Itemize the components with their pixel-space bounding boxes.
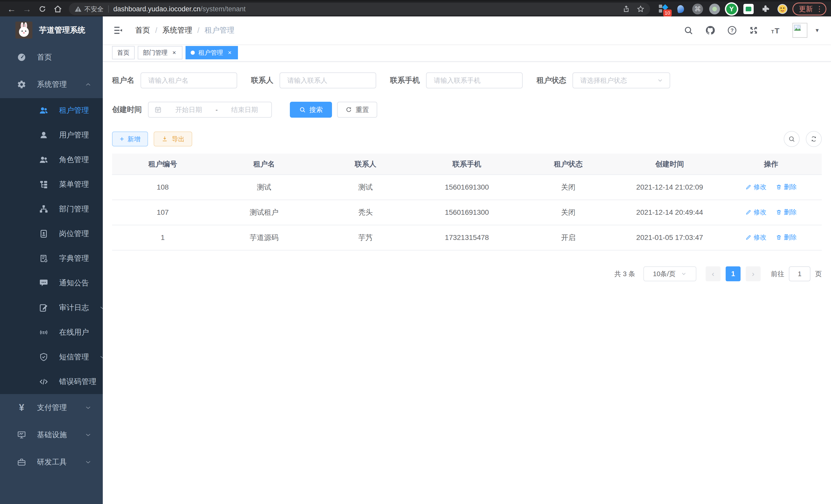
next-page-button[interactable]: › <box>746 266 761 281</box>
breadcrumb-section[interactable]: 系统管理 <box>163 25 192 35</box>
pencil-icon <box>745 184 752 190</box>
delete-link[interactable]: 删除 <box>776 233 797 241</box>
share-button[interactable] <box>622 5 630 13</box>
sidebar-item-system[interactable]: 系统管理 <box>0 71 103 98</box>
user-avatar[interactable] <box>793 23 807 38</box>
header-search-button[interactable] <box>684 25 693 35</box>
cell-actions: 修改 删除 <box>720 175 822 200</box>
toggle-search-button[interactable] <box>784 131 800 147</box>
extension-badge: 10 <box>663 9 672 17</box>
field-label: 创建时间 <box>112 105 142 115</box>
date-range-picker[interactable]: 开始日期 - 结束日期 <box>148 102 272 118</box>
sidebar-item-error-code[interactable]: 错误码管理 <box>0 369 103 394</box>
url-text[interactable]: dashboard.yudao.iocoder.cn/system/tenant <box>113 5 246 13</box>
browser-back-button[interactable]: ← <box>5 2 19 16</box>
edit-link[interactable]: 修改 <box>745 208 767 216</box>
current-page-button[interactable]: 1 <box>726 266 741 281</box>
bookmark-star-button[interactable] <box>637 5 644 13</box>
users-icon <box>38 105 49 116</box>
edit-link[interactable]: 修改 <box>745 233 767 241</box>
sidebar-logo[interactable]: 芋道管理系统 <box>0 17 103 44</box>
mobile-input[interactable] <box>426 72 523 88</box>
sidebar-item-menu[interactable]: 菜单管理 <box>0 172 103 197</box>
sidebar-item-post[interactable]: 岗位管理 <box>0 221 103 246</box>
sidebar-item-label: 审计日志 <box>59 303 89 313</box>
sidebar-item-user[interactable]: 用户管理 <box>0 123 103 147</box>
address-bar[interactable]: 不安全 dashboard.yudao.iocoder.cn/system/te… <box>69 3 650 15</box>
add-button[interactable]: + 新增 <box>112 131 148 146</box>
sidebar-item-home[interactable]: 首页 <box>0 44 103 71</box>
sidebar-item-dev-tools[interactable]: 研发工具 <box>0 448 103 476</box>
sidebar-item-label: 在线用户 <box>59 327 91 337</box>
browser-reload-button[interactable] <box>35 2 49 16</box>
sidebar-item-dept[interactable]: 部门管理 <box>0 197 103 221</box>
security-warning-icon[interactable] <box>75 5 82 12</box>
extensions-puzzle-button[interactable] <box>760 3 771 15</box>
edit-link[interactable]: 修改 <box>745 183 767 191</box>
hamburger-fold-icon <box>113 25 123 35</box>
start-date-placeholder[interactable]: 开始日期 <box>168 105 210 114</box>
page-size-select[interactable]: 10条/页 <box>643 266 696 281</box>
security-label[interactable]: 不安全 <box>84 5 104 13</box>
tag-home[interactable]: 首页 <box>112 46 135 59</box>
browser-home-button[interactable] <box>51 2 65 16</box>
font-size-button[interactable]: TT <box>770 25 781 35</box>
tag-dept[interactable]: 部门管理× <box>138 46 182 59</box>
cell-tenant-id: 1 <box>112 225 213 250</box>
cell-tenant-name: 芋道源码 <box>213 225 315 250</box>
sidebar-submenu-system: 租户管理 用户管理 角色管理 菜单管理 <box>0 98 103 394</box>
refresh-table-button[interactable] <box>806 131 822 147</box>
question-icon: ? <box>727 25 737 35</box>
shield-check-icon <box>38 352 49 362</box>
breadcrumb-home[interactable]: 首页 <box>135 25 150 35</box>
sidebar-item-label: 支付管理 <box>37 403 75 413</box>
extension-icon-gray-dot[interactable] <box>709 3 720 15</box>
tenant-name-input[interactable] <box>141 72 237 88</box>
tag-tenant-active[interactable]: 租户管理× <box>185 46 238 59</box>
toolbox-icon <box>17 457 27 467</box>
table-row: 107 测试租户 秃头 15601691300 关闭 2021-12-14 20… <box>112 200 822 225</box>
extension-icon-chat[interactable] <box>743 3 754 15</box>
delete-link[interactable]: 删除 <box>776 208 797 216</box>
close-icon[interactable]: × <box>227 49 233 56</box>
browser-profile-avatar[interactable] <box>776 3 789 15</box>
browser-forward-button[interactable]: → <box>20 2 34 16</box>
extension-icon-balloon[interactable] <box>675 3 687 15</box>
reset-button[interactable]: 重置 <box>337 102 377 118</box>
column-header: 租户状态 <box>517 154 619 175</box>
delete-link[interactable]: 删除 <box>776 183 797 191</box>
url-path: /system/tenant <box>200 5 246 13</box>
sidebar-item-sms[interactable]: 短信管理 <box>0 345 103 369</box>
browser-update-button[interactable]: 更新 ⋮ <box>793 3 826 16</box>
status-select[interactable]: 请选择租户状态 <box>573 72 670 88</box>
sidebar-item-notice[interactable]: 通知公告 <box>0 271 103 295</box>
goto-page-input[interactable] <box>789 266 810 281</box>
fullscreen-button[interactable] <box>749 25 758 35</box>
date-separator: - <box>216 106 218 114</box>
sidebar-item-tenant[interactable]: 租户管理 <box>0 98 103 123</box>
extension-icon-y[interactable]: Y <box>726 3 738 15</box>
code-icon <box>38 377 49 387</box>
end-date-placeholder[interactable]: 结束日期 <box>223 105 266 114</box>
sidebar-item-infra[interactable]: 基础设施 <box>0 421 103 448</box>
caret-down-icon[interactable]: ▼ <box>814 28 820 33</box>
contact-input[interactable] <box>280 72 376 88</box>
extension-icon-command[interactable]: ⌘ <box>692 3 704 15</box>
github-link[interactable] <box>705 25 715 35</box>
extension-icon-blocks[interactable]: 10 <box>658 3 670 15</box>
sidebar-item-online-users[interactable]: 在线用户 <box>0 320 103 345</box>
prev-page-button[interactable]: ‹ <box>706 266 720 281</box>
close-icon[interactable]: × <box>171 49 177 56</box>
sidebar-item-audit-log[interactable]: 审计日志 <box>0 295 103 320</box>
export-button[interactable]: 导出 <box>154 131 192 146</box>
svg-text:T: T <box>771 29 774 34</box>
help-button[interactable]: ? <box>727 25 737 35</box>
sidebar-item-dict[interactable]: 字典管理 <box>0 246 103 271</box>
cell-actions: 修改 删除 <box>720 200 822 225</box>
browser-menu-icon[interactable]: ⋮ <box>816 7 823 11</box>
breadcrumb: 首页 / 系统管理 / 租户管理 <box>135 25 234 35</box>
search-button[interactable]: 搜索 <box>290 102 332 118</box>
sidebar-item-role[interactable]: 角色管理 <box>0 147 103 172</box>
sidebar-item-pay[interactable]: ¥ 支付管理 <box>0 394 103 421</box>
sidebar-collapse-button[interactable] <box>113 25 123 35</box>
